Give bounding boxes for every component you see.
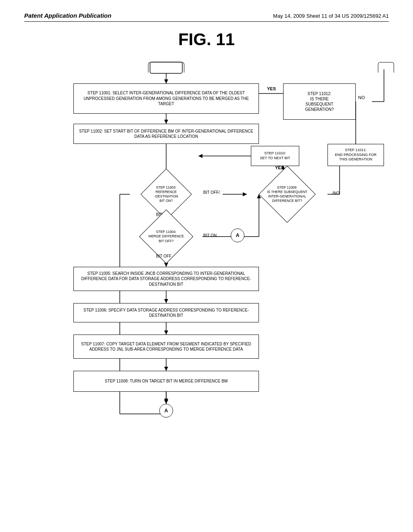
- step-11007-text: STEP 11007: COPY TARGET DATA ELEMENT FRO…: [76, 341, 256, 352]
- svg-marker-4: [164, 120, 168, 124]
- step-11011-text: STEP 11011: END PROCESSING FOR THIS GENE…: [335, 148, 376, 162]
- no-label-11012: NO: [358, 95, 365, 100]
- step-11001-text: STEP 11001: SELECT INTER-GENERATIONAL DI…: [76, 90, 256, 107]
- step-11002-text: STEP 11002: SET START BIT OF DIFFERENCE …: [76, 129, 256, 139]
- svg-marker-27: [198, 154, 202, 158]
- step-11004-text: STEP 11004: MERGE DIFFERENCE BIT OFF?: [148, 230, 184, 243]
- step-11011-box: STEP 11011: END PROCESSING FOR THIS GENE…: [327, 144, 384, 166]
- circle-a-mid: A: [231, 229, 244, 242]
- step-11003-diamond: STEP 11003: REFERENCE -DESTINATION BIT O…: [130, 180, 202, 208]
- step-11007-box: STEP 11007: COPY TARGET DATA ELEMENT FRO…: [73, 335, 259, 359]
- step-11002-box: STEP 11002: SET START BIT OF DIFFERENCE …: [73, 124, 259, 144]
- step-11005-box: STEP 11005: SEARCH INSIDE JNCB CORRESPON…: [73, 267, 259, 291]
- yes-label-11012: YES: [267, 86, 276, 91]
- svg-marker-18: [164, 367, 168, 371]
- page-header: Patent Application Publication May 14, 2…: [24, 12, 389, 22]
- circle-a-bottom: A: [159, 404, 173, 418]
- bit-off-label-11004: BIT OFF: [156, 254, 171, 258]
- step-11012-box: STEP 11012: IS THERE SUBSEQUENT GENERATI…: [283, 83, 356, 120]
- flowchart-diagram: STEP 11001: SELECT INTER-GENERATIONAL DI…: [33, 61, 380, 505]
- step-11008-box: STEP 11008: TURN ON TARGET BIT IN MERGE …: [73, 371, 259, 392]
- loop-bracket-top: [148, 62, 184, 73]
- step-11012-text: STEP 11012: IS THERE SUBSEQUENT GENERATI…: [305, 91, 334, 112]
- publication-label: Patent Application Publication: [24, 12, 111, 19]
- svg-marker-14: [164, 299, 168, 303]
- publication-info: May 14, 2009 Sheet 11 of 34 US 2009/1256…: [273, 13, 389, 19]
- step-11004-diamond: STEP 11004: MERGE DIFFERENCE BIT OFF?: [130, 220, 202, 253]
- step-11009-diamond: STEP 11009: IS THERE SUBSEQUENT INTER-GE…: [243, 178, 332, 210]
- step-11010-text: STEP 11010: SET TO NEXT BIT: [260, 151, 290, 160]
- figure-title: FIG. 11: [24, 30, 389, 49]
- step-11001-box: STEP 11001: SELECT INTER-GENERATIONAL DI…: [73, 83, 259, 114]
- loop-bracket-right: [378, 62, 394, 73]
- step-11006-box: STEP 11006: SPECIFY DATA STORAGE ADDRESS…: [73, 303, 259, 322]
- no-label-11009: /NO: [332, 191, 340, 195]
- step-11003-text: STEP 11003: REFERENCE -DESTINATION BIT O…: [154, 185, 178, 203]
- bottom-arrow: [158, 391, 174, 405]
- bit-on-label-11004: BIT ON: [203, 233, 217, 238]
- svg-marker-2: [164, 79, 168, 83]
- bit-off-label-11003: BIT OFF/: [203, 190, 220, 195]
- step-11010-box: STEP 11010: SET TO NEXT BIT: [251, 146, 299, 166]
- step-11009-text: STEP 11009: IS THERE SUBSEQUENT INTER-GE…: [267, 185, 307, 203]
- step-11006-text: STEP 11006: SPECIFY DATA STORAGE ADDRESS…: [76, 308, 256, 318]
- svg-marker-16: [164, 330, 168, 335]
- step-11008-text: STEP 11008: TURN ON TARGET BIT IN MERGE …: [105, 378, 228, 384]
- step-11005-text: STEP 11005: SEARCH INSIDE JNCB CORRESPON…: [76, 271, 256, 287]
- yes-label-11009: YES: [275, 165, 284, 170]
- page: Patent Application Publication May 14, 2…: [0, 0, 413, 532]
- svg-marker-42: [164, 399, 168, 403]
